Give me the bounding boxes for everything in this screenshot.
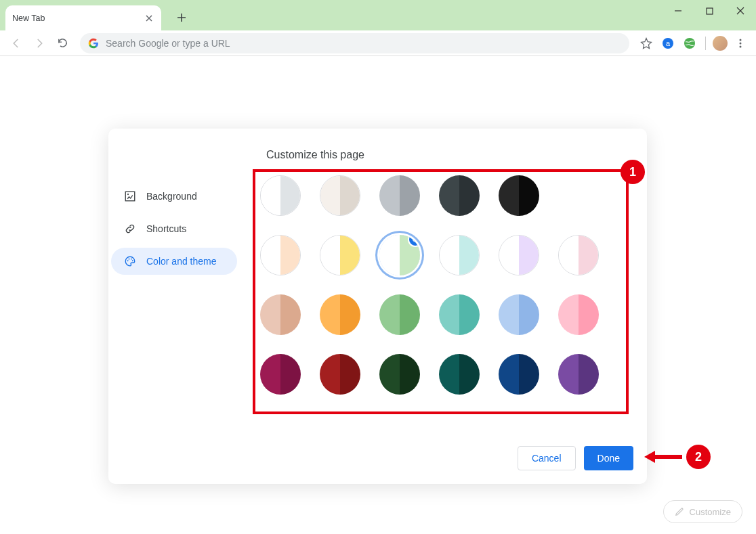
- theme-swatch[interactable]: [260, 354, 301, 395]
- customize-label: Customize: [690, 507, 731, 517]
- svg-point-10: [129, 259, 130, 260]
- theme-swatch[interactable]: [320, 354, 360, 395]
- annotation-badge-1: 1: [621, 160, 645, 184]
- more-menu-icon[interactable]: [732, 35, 749, 52]
- theme-swatch[interactable]: [499, 175, 539, 216]
- svg-point-4: [740, 39, 742, 41]
- sidebar-item-label: Background: [146, 191, 197, 202]
- theme-swatch[interactable]: [499, 354, 539, 395]
- theme-swatch[interactable]: [558, 235, 599, 275]
- customize-modal: Customize this page Background Shortcuts…: [108, 129, 647, 484]
- nav-back-button[interactable]: [7, 34, 26, 53]
- profile-avatar[interactable]: [713, 36, 728, 51]
- theme-swatch[interactable]: [260, 294, 301, 335]
- extension-globe-icon[interactable]: [681, 35, 698, 52]
- theme-swatch[interactable]: [439, 294, 480, 335]
- theme-swatch[interactable]: [379, 294, 420, 335]
- svg-point-3: [684, 38, 695, 49]
- tab-title: New Tab: [12, 14, 144, 23]
- annotation-badge-2: 2: [686, 445, 711, 469]
- theme-swatch[interactable]: [558, 294, 599, 335]
- theme-swatch[interactable]: [260, 175, 301, 216]
- browser-tab[interactable]: New Tab: [5, 5, 161, 30]
- theme-swatch[interactable]: [320, 175, 360, 216]
- theme-swatch[interactable]: [320, 235, 360, 275]
- omnibox-placeholder: Search Google or type a URL: [106, 38, 230, 49]
- nav-forward-button[interactable]: [30, 34, 49, 53]
- search-provider-icon: [88, 38, 99, 49]
- browser-titlebar: New Tab: [0, 0, 756, 30]
- sidebar-item-label: Color and theme: [146, 256, 217, 267]
- theme-swatch[interactable]: [439, 175, 480, 216]
- customize-button[interactable]: Customize: [663, 500, 742, 523]
- toolbar-divider: [705, 37, 706, 50]
- done-button[interactable]: Done: [584, 446, 633, 470]
- svg-marker-14: [644, 451, 655, 463]
- theme-swatch-grid: [260, 175, 599, 395]
- svg-point-12: [132, 260, 133, 261]
- window-controls: [663, 0, 756, 22]
- window-maximize-button[interactable]: [694, 0, 725, 22]
- theme-swatch[interactable]: [439, 235, 480, 275]
- omnibox[interactable]: Search Google or type a URL: [80, 33, 629, 53]
- theme-swatch[interactable]: [379, 235, 420, 275]
- window-minimize-button[interactable]: [663, 0, 694, 22]
- sidebar-item-background[interactable]: Background: [111, 183, 237, 210]
- modal-sidebar: Background Shortcuts Color and theme: [108, 169, 244, 484]
- theme-swatch[interactable]: [320, 294, 360, 335]
- bookmark-star-icon[interactable]: [637, 35, 655, 52]
- theme-swatch[interactable]: [439, 354, 480, 395]
- new-tab-button[interactable]: [175, 11, 188, 24]
- reload-button[interactable]: [53, 34, 72, 53]
- browser-toolbar: Search Google or type a URL a: [0, 30, 756, 56]
- svg-text:a: a: [666, 39, 671, 47]
- link-icon: [123, 222, 137, 236]
- image-icon: [123, 190, 137, 203]
- svg-rect-0: [707, 8, 713, 14]
- cancel-button[interactable]: Cancel: [518, 446, 576, 470]
- sidebar-item-color-theme[interactable]: Color and theme: [111, 248, 237, 275]
- theme-swatch[interactable]: [558, 354, 599, 395]
- svg-point-8: [127, 194, 129, 195]
- svg-rect-7: [125, 192, 135, 201]
- extension-a-icon[interactable]: a: [659, 35, 677, 52]
- sidebar-item-shortcuts[interactable]: Shortcuts: [111, 215, 237, 242]
- theme-swatch[interactable]: [379, 175, 420, 216]
- palette-icon: [123, 254, 137, 268]
- svg-point-11: [131, 259, 132, 260]
- theme-swatch[interactable]: [379, 354, 420, 395]
- annotation-arrow-2: 2: [644, 445, 711, 469]
- theme-swatch[interactable]: [499, 294, 539, 335]
- svg-point-5: [740, 42, 742, 44]
- sidebar-item-label: Shortcuts: [146, 223, 186, 234]
- tab-close-icon[interactable]: [144, 13, 154, 24]
- theme-swatch[interactable]: [499, 235, 539, 275]
- svg-point-6: [740, 45, 742, 47]
- theme-swatch[interactable]: [260, 235, 301, 275]
- window-close-button[interactable]: [725, 0, 756, 22]
- svg-point-9: [127, 260, 129, 261]
- modal-title: Customize this page: [266, 149, 364, 161]
- pencil-icon: [675, 507, 684, 516]
